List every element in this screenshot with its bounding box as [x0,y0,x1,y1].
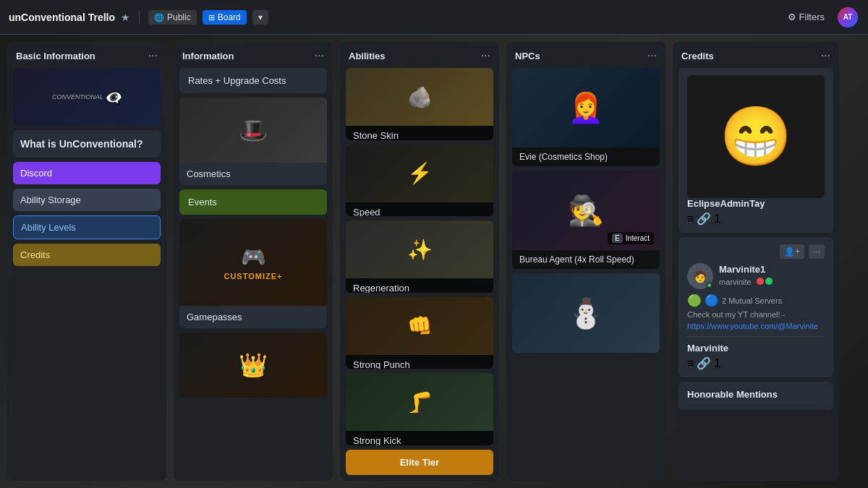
list-icon: ≡ [687,213,694,226]
events-label: Events [188,197,217,207]
column-content-npcs: 👩‍🦰 Evie (Cosmetics Shop) 🕵️ E Interact … [506,68,665,481]
column-header-npcs: NPCs ··· [506,42,665,68]
topbar: unConventional Trello ★ Public Board ⚙ F… [0,0,868,35]
marvinite-desc: Check out my YT channel! - [687,310,825,319]
marvinite-link[interactable]: https://www.youtube.com/@Marvinite [687,322,825,330]
card-conventional[interactable]: CONVENTIONAL 👁️‍🗨️ [13,68,161,126]
ability-levels-label: Ability Levels [21,222,76,233]
kick-label: Strong Kick [346,431,493,445]
card-cosmetics[interactable]: 🎩 Cosmetics [179,98,327,185]
speed-image: ⚡ [346,145,493,202]
column-title-basic: Basic Information [16,51,95,61]
board-title: unConventional Trello [9,12,115,23]
sidebar-item-credits[interactable]: Credits [13,244,161,266]
marvinite-header: 🧑 Marvinite1 marvinite [687,263,825,289]
card-strong-punch[interactable]: 👊 Strong Punch [346,297,493,369]
eclipse-badges: ≡ 🔗 1 [687,212,825,226]
avatar[interactable]: AT [836,6,859,29]
column-menu-credits[interactable]: ··· [821,49,830,62]
card-gamepasses-crown[interactable]: 👑 [179,333,327,398]
card-evie[interactable]: 👩‍🦰 Evie (Cosmetics Shop) [512,68,660,166]
mutual-icon1: 🟢 [687,294,702,307]
sidebar-item-discord[interactable]: Discord [13,162,161,184]
sub-list-icon: ≡ [687,357,694,370]
card-events[interactable]: Events [179,189,327,215]
column-menu-basic[interactable]: ··· [148,49,158,62]
card-elite-tier[interactable]: Elite Tier [346,450,493,475]
sub-attachment-count: 1 [714,357,720,370]
chevron-badge[interactable] [252,10,268,25]
card-marvinite[interactable]: 👤+ ··· 🧑 Marvinite1 marvinite [678,237,833,377]
public-badge[interactable]: Public [148,10,197,25]
more-actions-button[interactable]: ··· [809,244,825,259]
chevron-down-icon [258,12,263,22]
card-regeneration[interactable]: ✨ Regeneration [346,221,493,293]
interact-text: Interact [626,234,650,242]
marvinite-actions: 👤+ ··· [687,244,825,259]
attachment-icon: 🔗 [697,212,711,226]
column-menu-npcs[interactable]: ··· [647,49,657,62]
public-label: Public [167,12,191,22]
card-strong-kick[interactable]: 🦵 Strong Kick [346,373,493,445]
crown-image: 👑 [179,333,327,398]
card-snowman[interactable]: ⛄ [512,273,660,353]
column-menu-abilities[interactable]: ··· [481,49,490,62]
column-header-abilities: Abilities ··· [340,42,499,68]
sidebar-item-ability-storage[interactable]: Ability Storage [13,189,161,211]
online-indicator [706,282,712,288]
marvinite-name: Marvinite1 [719,264,773,275]
attachment-count: 1 [714,213,720,226]
card-rates[interactable]: Rates + Upgrade Costs [179,68,327,93]
divider [139,10,140,25]
bureau-label: Bureau Agent (4x Roll Speed) [512,250,660,269]
avatar-group: AT [836,6,859,29]
card-speed[interactable]: ⚡ Speed [346,145,493,217]
card-stone-skin[interactable]: 🪨 Stone Skin [346,68,493,140]
punch-image: 👊 [346,297,493,355]
evie-label: Evie (Cosmetics Shop) [512,147,660,166]
mutual-servers: 🟢 🔵 2 Mutual Servers [687,294,825,307]
column-content-basic: CONVENTIONAL 👁️‍🗨️ What is UnConventiona… [7,68,166,481]
conventional-image: CONVENTIONAL 👁️‍🗨️ [13,68,161,126]
card-honorable-mentions[interactable]: Honorable Mentions [678,382,833,410]
sub-attachment-icon: 🔗 [697,356,711,370]
speed-label: Speed [346,202,493,217]
card-eclipse-admin-tay[interactable]: 😁 EclipseAdminTay ≡ 🔗 1 [678,68,833,233]
sidebar-item-ability-levels[interactable]: Ability Levels [13,215,161,239]
interact-prompt: E Interact [608,232,654,244]
interact-key: E [612,234,623,243]
cosmetics-image: 🎩 [179,98,327,163]
globe-icon [154,12,164,22]
card-what-is[interactable]: What is UnConventional? [13,130,161,158]
elite-tier-label: Elite Tier [400,457,440,468]
column-information: Information ··· Rates + Upgrade Costs 🎩 … [174,42,333,481]
honorable-mentions-label: Honorable Mentions [687,389,825,400]
card-gamepasses-customize[interactable]: 🎮 CUSTOMIZE+ Gamepasses [179,219,327,328]
column-basic-information: Basic Information ··· CONVENTIONAL 👁️‍🗨️… [7,42,166,481]
column-title-abilities: Abilities [349,51,386,61]
card-bureau-agent[interactable]: 🕵️ E Interact Bureau Agent (4x Roll Spee… [512,171,660,269]
marvinite-info: Marvinite1 marvinite [719,264,773,289]
column-header-info: Information ··· [174,42,333,68]
avatar-initials: AT [843,13,853,21]
eclipse-name: EclipseAdminTay [687,198,825,209]
column-abilities: Abilities ··· 🪨 Stone Skin ⚡ Speed ✨ Reg… [340,42,499,481]
star-icon[interactable]: ★ [121,12,130,23]
column-header-credits: Credits ··· [673,42,839,68]
filters-label: Filters [799,12,825,22]
board-label: Board [218,12,241,22]
marvinite-handle: marvinite [719,278,773,286]
column-title-info: Information [182,51,234,61]
filters-button[interactable]: ⚙ Filters [782,9,830,25]
regen-image: ✨ [346,221,493,278]
column-content-info: Rates + Upgrade Costs 🎩 Cosmetics Events… [174,68,333,481]
board-badge[interactable]: Board [203,10,247,25]
gamepasses-label: Gamepasses [179,306,327,328]
marvinite-sub-name: Marvinite [687,343,825,354]
regen-label: Regeneration [346,278,493,293]
column-menu-info[interactable]: ··· [315,49,324,62]
add-member-button[interactable]: 👤+ [780,244,804,259]
bureau-image: 🕵️ E Interact [512,171,660,250]
column-npcs: NPCs ··· 👩‍🦰 Evie (Cosmetics Shop) 🕵️ E … [506,42,665,481]
kick-image: 🦵 [346,373,493,431]
